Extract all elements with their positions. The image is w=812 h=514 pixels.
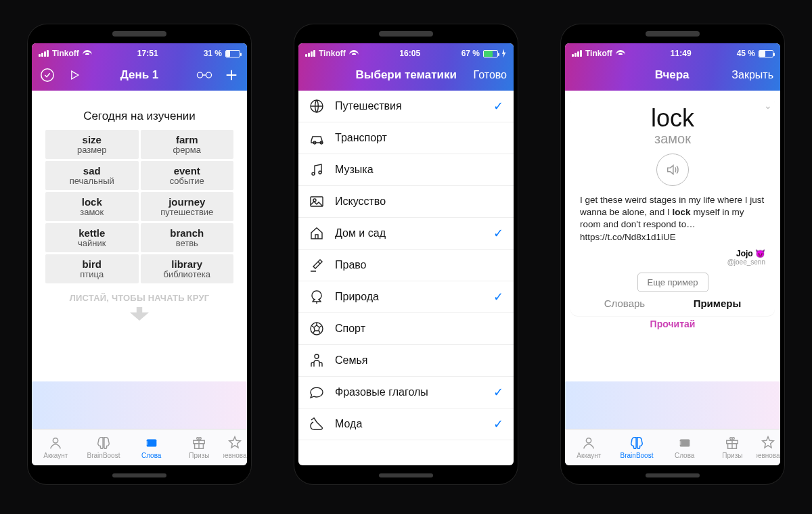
tab-Слова[interactable]: Слова <box>127 429 175 465</box>
arrow-down-icon <box>130 307 149 321</box>
wifi-icon <box>349 50 359 57</box>
tab-Аккаунт[interactable]: Аккаунт <box>565 429 613 465</box>
example-author: Jojo 😈 @joee_senn <box>580 249 765 266</box>
tab-Аккаунт[interactable]: Аккаунт <box>32 429 80 465</box>
tab-bar-3: АккаунтBrainBoostСловаПризыСоревнования <box>565 429 780 465</box>
fashion-icon <box>308 416 325 432</box>
glasses-icon[interactable] <box>196 66 213 84</box>
header-3: Tinkoff 11:49 45 % Вчера Закрыть <box>565 43 780 91</box>
word-cell[interactable]: libraryбиблиотека <box>141 254 234 283</box>
carrier-label: Tinkoff <box>319 49 346 58</box>
checkmark-icon: ✓ <box>492 99 504 114</box>
topic-label: Природа <box>335 291 482 303</box>
topic-label: Транспорт <box>335 132 482 144</box>
nav-bar-3: Вчера Закрыть <box>572 65 773 85</box>
tab-bar-1: АккаунтBrainBoostСловаПризыСоревнования <box>32 429 247 465</box>
svg-rect-16 <box>679 440 690 447</box>
word-cell[interactable]: farmферма <box>141 130 234 159</box>
music-icon <box>308 162 325 178</box>
battery-icon <box>225 50 240 57</box>
example-text: I get these weird stages in my life wher… <box>580 194 765 243</box>
signal-icon <box>39 50 49 57</box>
topic-label: Искусство <box>335 195 482 208</box>
tab-Призы[interactable]: Призы <box>708 429 757 465</box>
word-cell[interactable]: lockзамок <box>45 192 139 221</box>
svg-point-14 <box>315 354 319 358</box>
clock: 17:51 <box>137 49 158 58</box>
tab-Соревнования[interactable]: Соревнования <box>223 429 247 465</box>
status-bar-3: Tinkoff 11:49 45 % <box>572 47 773 60</box>
topic-label: Фразовые глаголы <box>335 386 482 398</box>
topic-row-law[interactable]: Право <box>298 250 514 281</box>
topic-label: Путешествия <box>335 100 482 112</box>
topic-row-family[interactable]: Семья <box>298 345 514 377</box>
word-cell[interactable]: eventсобытие <box>141 161 234 190</box>
topic-row-phrasal[interactable]: Фразовые глаголы✓ <box>298 377 514 408</box>
tab-BrainBoost[interactable]: BrainBoost <box>80 429 128 465</box>
play-icon[interactable] <box>66 66 83 84</box>
svg-rect-5 <box>145 441 148 445</box>
word-cell[interactable]: sizeразмер <box>45 130 139 159</box>
status-bar-1: Tinkoff 17:51 31 % <box>39 47 240 60</box>
clock: 11:49 <box>671 49 692 58</box>
svg-rect-4 <box>146 440 156 447</box>
content-2[interactable]: Путешествия✓ТранспортМузыкаИскусствоДом … <box>298 91 514 465</box>
phrasal-icon <box>308 384 325 400</box>
speaker-icon <box>665 162 680 177</box>
topic-row-home[interactable]: Дом и сад✓ <box>298 218 514 250</box>
svg-point-12 <box>313 199 316 202</box>
tab-Призы[interactable]: Призы <box>175 429 223 465</box>
phone-frame-3: Tinkoff 11:49 45 % Вчера Закрыть ⌄ <box>561 24 784 484</box>
topic-row-car[interactable]: Транспорт <box>298 122 514 154</box>
topic-list: Путешествия✓ТранспортМузыкаИскусствоДом … <box>298 91 514 440</box>
topic-row-fashion[interactable]: Мода✓ <box>298 408 514 440</box>
nav-bar-1: День 1 <box>39 65 240 85</box>
word-cell[interactable]: branchветвь <box>141 223 234 252</box>
tab-Соревнования[interactable]: Соревнования <box>757 429 780 465</box>
svg-point-0 <box>41 69 53 81</box>
charging-icon <box>501 49 507 58</box>
topic-row-sport[interactable]: Спорт <box>298 313 514 345</box>
battery-icon <box>483 50 498 57</box>
plus-icon[interactable] <box>223 66 240 84</box>
word-cell[interactable]: sadпечальный <box>45 161 139 190</box>
check-circle-icon[interactable] <box>39 66 56 84</box>
word-cell[interactable]: kettleчайник <box>45 223 139 252</box>
close-button[interactable]: Закрыть <box>731 69 773 81</box>
header-1: Tinkoff 17:51 31 % День <box>32 43 247 91</box>
tab-Слова[interactable]: Слова <box>660 429 708 465</box>
nav-title-3: Вчера <box>655 68 690 82</box>
status-bar-2: Tinkoff 16:05 67 % <box>305 47 507 60</box>
checkmark-icon: ✓ <box>492 226 504 241</box>
topic-label: Семья <box>335 354 482 367</box>
nature-icon <box>308 289 325 305</box>
wifi-icon <box>83 50 92 57</box>
example-url: https://t.co/Nd8x1d1iUE <box>580 232 676 242</box>
chevron-down-icon[interactable]: ⌄ <box>764 100 772 111</box>
nav-title-2: Выбери тематики <box>356 68 457 82</box>
checkmark-icon: ✓ <box>492 289 504 304</box>
topic-row-art[interactable]: Искусство <box>298 186 514 218</box>
word-cell[interactable]: birdптица <box>45 254 139 283</box>
svg-point-2 <box>206 72 211 78</box>
tab-dictionary[interactable]: Словарь <box>604 298 645 309</box>
tab-examples[interactable]: Примеры <box>694 298 742 309</box>
car-icon <box>308 130 325 146</box>
topic-label: Право <box>335 259 482 271</box>
swipe-hint: ЛИСТАЙ, ЧТОБЫ НАЧАТЬ КРУГ <box>45 293 233 303</box>
topic-row-music[interactable]: Музыка <box>298 154 514 186</box>
topic-row-nature[interactable]: Природа✓ <box>298 281 514 313</box>
topic-row-globe[interactable]: Путешествия✓ <box>298 91 514 122</box>
content-1: Сегодня на изучении sizeразмерfarmфермаs… <box>32 91 247 429</box>
word-cell[interactable]: journeyпутешествие <box>141 192 234 221</box>
tab-BrainBoost[interactable]: BrainBoost <box>613 429 661 465</box>
more-example-button[interactable]: Еще пример <box>637 273 708 292</box>
done-button[interactable]: Готово <box>474 69 507 81</box>
carrier-label: Tinkoff <box>52 49 79 58</box>
battery-pct: 45 % <box>737 49 755 58</box>
word-card: ⌄ lock замок I get these weird stages in… <box>570 96 775 316</box>
nav-title-1: День 1 <box>120 68 159 82</box>
topic-label: Музыка <box>335 164 482 176</box>
svg-point-9 <box>312 172 315 175</box>
speaker-button[interactable] <box>656 154 689 186</box>
